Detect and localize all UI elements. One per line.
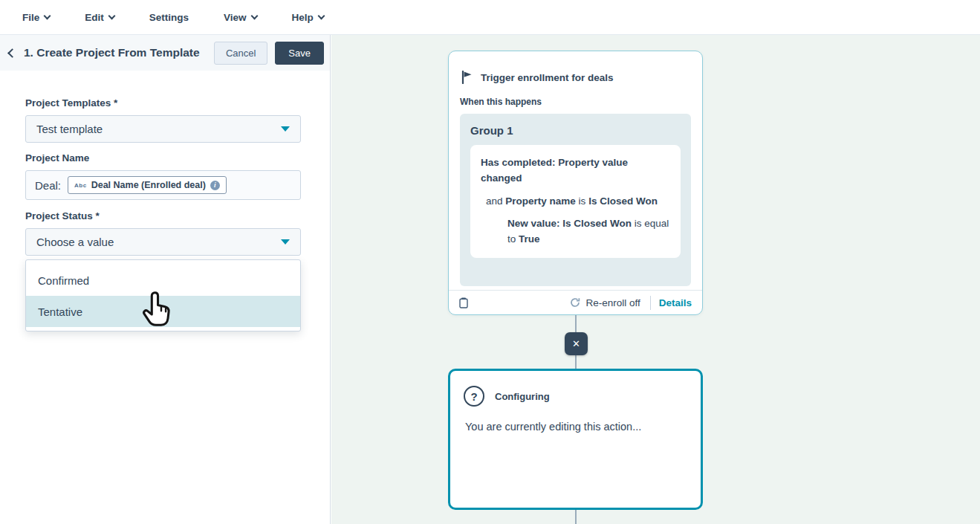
reenroll-toggle[interactable]: Re-enroll off — [570, 297, 640, 308]
option-tentative[interactable]: Tentative — [26, 296, 300, 327]
menu-settings-label: Settings — [149, 12, 189, 23]
condition-2-prefix: and — [486, 195, 503, 207]
connector-line — [575, 315, 577, 333]
menu-view[interactable]: View — [224, 12, 257, 23]
connector-line — [575, 510, 577, 524]
trigger-body: Trigger enrollment for deals When this h… — [449, 51, 702, 290]
project-status-select[interactable]: Choose a value — [25, 228, 301, 256]
condition-3-value: True — [519, 233, 540, 245]
configuring-title: Configuring — [495, 391, 550, 402]
configuring-body-text: You are currently editing this action... — [464, 421, 687, 433]
menu-edit[interactable]: Edit — [85, 12, 114, 23]
menu-file-label: File — [22, 12, 39, 23]
connector-line — [575, 355, 577, 369]
project-templates-value: Test template — [36, 123, 103, 135]
action-editor-panel: 1. Create Project From Template Cancel S… — [0, 35, 331, 524]
caret-down-icon — [281, 126, 290, 132]
project-templates-label: Project Templates * — [25, 97, 301, 109]
chevron-down-icon — [108, 12, 115, 19]
menu-settings[interactable]: Settings — [149, 12, 189, 23]
group-title: Group 1 — [470, 124, 681, 137]
trigger-title-row: Trigger enrollment for deals — [460, 61, 691, 84]
action-form: Project Templates * Test template Projec… — [0, 71, 330, 331]
workflow-canvas: Trigger enrollment for deals When this h… — [331, 35, 980, 524]
menu-help-label: Help — [292, 12, 314, 23]
menu-help[interactable]: Help — [292, 12, 324, 23]
menu-file[interactable]: File — [22, 12, 50, 23]
condition-1: Has completed: Property value changed — [481, 155, 670, 187]
text-property-icon: Abc — [74, 182, 87, 189]
refresh-icon — [570, 297, 580, 308]
panel-header: 1. Create Project From Template Cancel S… — [0, 35, 330, 71]
trigger-footer: Re-enroll off Details — [449, 290, 702, 314]
project-name-label: Project Name — [25, 152, 301, 164]
reenroll-label: Re-enroll off — [585, 297, 640, 308]
project-status-value: Choose a value — [36, 236, 114, 248]
condition-2-value: Is Closed Won — [588, 195, 658, 207]
condition-2-operator: is — [579, 195, 586, 207]
condition-card[interactable]: Has completed: Property value changed an… — [470, 145, 681, 258]
when-this-happens-label: When this happens — [460, 97, 691, 107]
chevron-down-icon — [44, 12, 51, 19]
condition-3-property: New value: Is Closed Won — [507, 218, 632, 229]
deal-name-token[interactable]: Abc Deal Name (Enrolled deal) i — [68, 176, 227, 194]
project-templates-select[interactable]: Test template — [25, 115, 301, 143]
info-icon: i — [210, 181, 220, 190]
configuring-header: ? Configuring — [464, 386, 687, 407]
status-options-dropdown: Confirmed Tentative — [25, 259, 301, 331]
chevron-down-icon — [250, 12, 258, 19]
condition-3: New value: Is Closed Won is equal to Tru… — [507, 216, 670, 248]
clipboard-icon[interactable] — [459, 297, 468, 308]
project-name-field[interactable]: Deal: Abc Deal Name (Enrolled deal) i — [25, 170, 301, 200]
trigger-group: Group 1 Has completed: Property value ch… — [460, 114, 691, 286]
menu-view-label: View — [224, 12, 247, 23]
project-status-label: Project Status * — [25, 210, 301, 221]
trigger-node-card[interactable]: Trigger enrollment for deals When this h… — [448, 51, 703, 315]
condition-2: and Property name is Is Closed Won — [507, 193, 670, 209]
menu-edit-label: Edit — [85, 12, 104, 23]
panel-title: 1. Create Project From Template — [24, 46, 200, 59]
details-link[interactable]: Details — [659, 297, 692, 308]
option-confirmed[interactable]: Confirmed — [26, 265, 300, 296]
configuring-node-card[interactable]: ? Configuring You are currently editing … — [448, 369, 703, 510]
deal-name-token-label: Deal Name (Enrolled deal) — [91, 180, 206, 190]
menu-bar: File Edit Settings View Help — [0, 0, 980, 35]
chevron-down-icon — [317, 12, 325, 19]
footer-divider — [650, 296, 651, 310]
trigger-title: Trigger enrollment for deals — [481, 72, 614, 83]
back-chevron-icon[interactable] — [7, 48, 17, 58]
cancel-button[interactable]: Cancel — [214, 42, 267, 65]
caret-down-icon — [281, 239, 290, 245]
delete-connection-button[interactable]: ✕ — [565, 332, 588, 355]
project-name-prefix: Deal: — [35, 179, 61, 192]
condition-2-property: Property name — [505, 195, 576, 207]
save-button[interactable]: Save — [275, 42, 324, 65]
flag-icon — [461, 71, 473, 84]
question-circle-icon: ? — [464, 386, 484, 407]
